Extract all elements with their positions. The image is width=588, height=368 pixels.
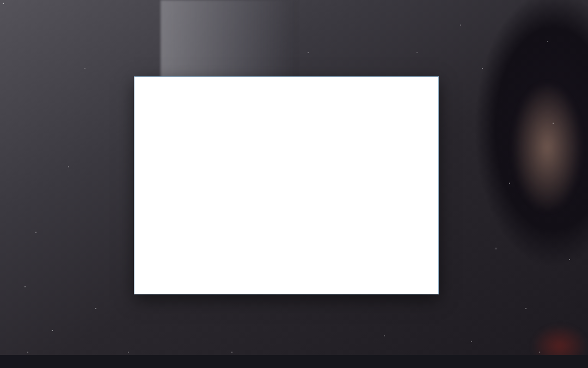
taskbar — [0, 355, 588, 368]
file-explorer-window — [134, 76, 439, 294]
